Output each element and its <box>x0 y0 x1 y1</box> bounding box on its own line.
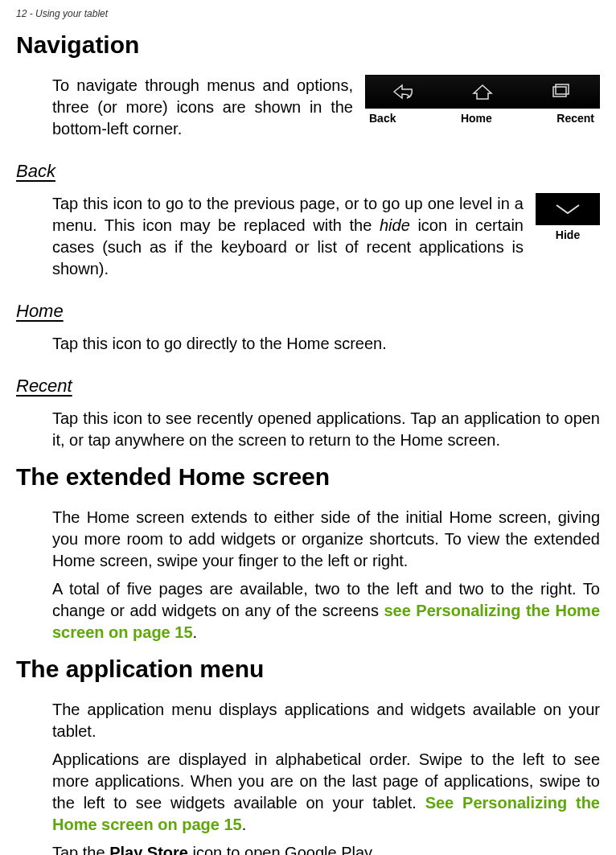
home-text: Tap this icon to go directly to the Home… <box>52 333 600 355</box>
nav-label-recent: Recent <box>556 112 594 125</box>
hide-label: Hide <box>536 228 600 241</box>
nav-label-home: Home <box>461 112 492 125</box>
heading-navigation: Navigation <box>16 31 600 59</box>
extended-p1: The Home screen extends to either side o… <box>52 507 600 572</box>
android-navbar <box>365 75 600 109</box>
recent-text: Tap this icon to see recently opened app… <box>52 408 600 451</box>
hide-icon-figure: Hide <box>536 193 600 241</box>
nav-icons-figure: Back Home Recent <box>365 75 600 125</box>
hide-icon <box>552 202 584 216</box>
appmenu-p1: The application menu displays applicatio… <box>52 699 600 742</box>
hide-icon-box <box>536 193 600 225</box>
hide-word: hide <box>380 216 410 234</box>
page-header: 12 - Using your tablet <box>16 8 600 19</box>
subheading-home: Home <box>16 301 64 322</box>
heading-extended-home: The extended Home screen <box>16 463 600 491</box>
heading-app-menu: The application menu <box>16 656 600 683</box>
back-text: Tap this icon to go to the previous page… <box>52 193 600 280</box>
subheading-back: Back <box>16 161 55 182</box>
subheading-recent: Recent <box>16 376 72 397</box>
extended-p2: A total of five pages are available, two… <box>52 578 600 643</box>
recent-icon <box>548 82 573 101</box>
play-store-bold: Play Store <box>109 844 188 855</box>
home-icon <box>470 82 495 101</box>
back-icon <box>392 82 417 101</box>
nav-label-back: Back <box>369 112 396 125</box>
appmenu-p3: Tap the Play Store icon to open Google P… <box>52 842 600 855</box>
appmenu-p2: Applications are displayed in alphabetic… <box>52 749 600 836</box>
